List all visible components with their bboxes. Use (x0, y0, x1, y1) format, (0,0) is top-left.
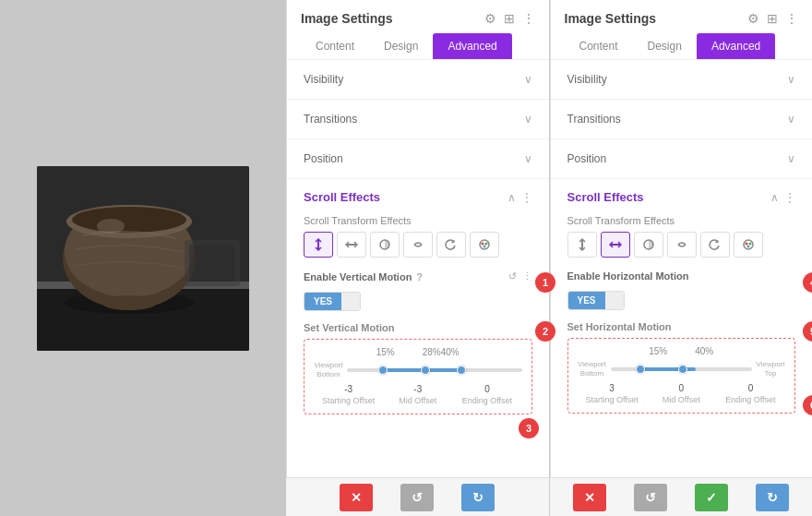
section-transitions-label-right: Transitions (567, 113, 621, 126)
transform-btn-rotate-right[interactable] (700, 232, 730, 258)
scroll-effects-controls-right: ∧ ⋮ (770, 191, 795, 204)
transform-btn-vertical-left[interactable] (304, 232, 333, 258)
scroll-effects-header-right: Scroll Effects ∧ ⋮ (551, 179, 813, 210)
slider-thumb-mid-left[interactable] (421, 366, 430, 375)
slider-track-right[interactable] (611, 367, 753, 371)
confirm-btn-right[interactable]: ✓ (695, 484, 728, 511)
more-icon-left[interactable]: ⋮ (522, 11, 535, 26)
toggle-yes-no-left[interactable]: YES (304, 292, 361, 311)
section-position-left[interactable]: Position ∨ (287, 139, 549, 179)
redo-btn-left[interactable]: ↻ (461, 484, 495, 511)
toggle-no-right[interactable] (605, 292, 624, 309)
offset-group-end-left: 0 Ending Offset (452, 384, 521, 406)
transform-btn-blur-right[interactable] (667, 232, 697, 258)
scroll-effects-more-left[interactable]: ⋮ (521, 191, 532, 204)
settings-icon-left[interactable]: ⚙ (484, 11, 496, 26)
panel-right: Image Settings ⚙ ⊞ ⋮ Content Design Adva… (550, 0, 813, 477)
transform-label-right: Scroll Transform Effects (567, 215, 796, 226)
motion-percentages-left: 15% 28%40% (314, 347, 522, 357)
help-icon-left[interactable]: ? (416, 271, 423, 282)
offset-group-start-right: 3 Starting Offset (578, 383, 647, 405)
offset-label-start-right: Starting Offset (585, 395, 638, 405)
offset-label-end-right: Ending Offset (725, 395, 775, 405)
transform-btn-horizontal-left[interactable] (337, 232, 366, 258)
motion-slider-row-right: ViewportBottom ViewportTop (578, 360, 786, 378)
section-position-label-left: Position (304, 152, 343, 165)
panel-right-tabs: Content Design Advanced (565, 33, 799, 59)
tab-right-content[interactable]: Content (565, 33, 633, 59)
transform-btn-blur-left[interactable] (403, 232, 433, 258)
enable-motion-label-left: Enable Vertical Motion ? (304, 271, 423, 282)
slider-thumb-start-right[interactable] (636, 365, 645, 374)
toggle-yes-left[interactable]: YES (304, 293, 341, 310)
slider-track-left[interactable] (347, 368, 522, 372)
transform-btn-color-left[interactable] (470, 232, 499, 258)
section-position-label-right: Position (567, 152, 607, 165)
tab-right-design[interactable]: Design (633, 33, 697, 59)
transform-btn-vertical-right[interactable] (567, 232, 597, 258)
scroll-effects-chevron-left[interactable]: ∧ (508, 191, 516, 204)
bottom-bar: ✕ ↺ ↻ ✕ ↺ ✓ ↻ (286, 477, 812, 516)
half-bar-right: ✕ ↺ ✓ ↻ (550, 478, 813, 516)
svg-rect-20 (610, 244, 621, 246)
section-position-right[interactable]: Position ∨ (551, 139, 813, 179)
svg-point-7 (72, 207, 186, 233)
offset-label-mid-left: Mid Offset (399, 396, 436, 406)
transform-btn-opacity-right[interactable] (634, 232, 663, 258)
toggle-yes-right[interactable]: YES (568, 292, 605, 309)
columns-icon-right[interactable]: ⊞ (767, 11, 778, 26)
section-visibility-left[interactable]: Visibility ∨ (287, 60, 549, 100)
more-icon-motion-left[interactable]: ⋮ (522, 270, 532, 282)
badge-1: 1 (535, 272, 555, 293)
scroll-effects-chevron-right[interactable]: ∧ (770, 191, 779, 204)
transform-btn-opacity-left[interactable] (370, 232, 400, 258)
slider-thumb-mid-right[interactable] (678, 365, 687, 374)
motion-offsets-row-left: -3 Starting Offset -3 Mid Offset 0 Endin… (314, 384, 522, 406)
section-visibility-right[interactable]: Visibility ∨ (551, 60, 813, 100)
panels-row: Image Settings ⚙ ⊞ ⋮ Content Design Adva… (286, 0, 812, 477)
reset-btn-right[interactable]: ↺ (634, 484, 667, 511)
offset-value-end-left: 0 (484, 384, 490, 394)
slider-thumb-start-left[interactable] (378, 366, 388, 375)
enable-motion-controls-right-left: ↺ ⋮ (508, 270, 532, 282)
set-motion-section-left: Set Vertical Motion 15% 28%40% ViewportB… (287, 317, 549, 424)
toggle-no-left[interactable] (341, 293, 360, 310)
tab-left-advanced[interactable]: Advanced (433, 33, 511, 59)
section-visibility-arrow-left: ∨ (524, 73, 532, 86)
svg-point-24 (748, 243, 751, 246)
transform-btn-horizontal-right[interactable] (601, 232, 630, 258)
columns-icon-left[interactable]: ⊞ (504, 11, 515, 26)
settings-icon-right[interactable]: ⚙ (747, 11, 759, 26)
scroll-effects-more-right[interactable]: ⋮ (784, 191, 795, 204)
redo-btn-right[interactable]: ↻ (756, 484, 789, 511)
set-motion-section-right: Set Horizontal Motion 15% 40% ViewportBo… (551, 316, 813, 423)
offset-value-start-right: 3 (609, 383, 615, 393)
reset-icon-left[interactable]: ↺ (508, 270, 517, 282)
svg-point-25 (746, 246, 749, 248)
pct-right-1: 15% (649, 346, 667, 356)
svg-point-23 (745, 243, 747, 246)
cancel-btn-left[interactable]: ✕ (340, 484, 373, 511)
section-transitions-right[interactable]: Transitions ∨ (551, 100, 813, 139)
more-icon-right[interactable]: ⋮ (785, 11, 798, 26)
half-bar-left: ✕ ↺ ↻ (286, 478, 550, 516)
transform-btn-color-right[interactable] (734, 232, 763, 258)
cancel-btn-right[interactable]: ✕ (573, 484, 606, 511)
section-position-arrow-left: ∨ (524, 152, 532, 165)
transform-btn-rotate-left[interactable] (436, 232, 466, 258)
slider-thumb-end-left[interactable] (457, 366, 466, 375)
toggle-yes-no-right[interactable]: YES (567, 291, 625, 310)
panel-right-body: Visibility ∨ Transitions ∨ Position ∨ (551, 60, 813, 477)
panel-right-title: Image Settings (565, 11, 657, 26)
tab-right-advanced[interactable]: Advanced (697, 33, 775, 59)
tab-left-content[interactable]: Content (301, 33, 369, 59)
section-visibility-label-left: Visibility (304, 73, 343, 86)
panel-left: Image Settings ⚙ ⊞ ⋮ Content Design Adva… (286, 0, 550, 477)
bowl-image (37, 166, 249, 351)
section-transitions-left[interactable]: Transitions ∨ (287, 100, 549, 139)
tab-left-design[interactable]: Design (369, 33, 433, 59)
offset-label-start-left: Starting Offset (322, 396, 375, 406)
scroll-effects-title-right: Scroll Effects (567, 190, 644, 204)
section-visibility-label-right: Visibility (567, 73, 607, 86)
reset-btn-left[interactable]: ↺ (400, 484, 434, 511)
